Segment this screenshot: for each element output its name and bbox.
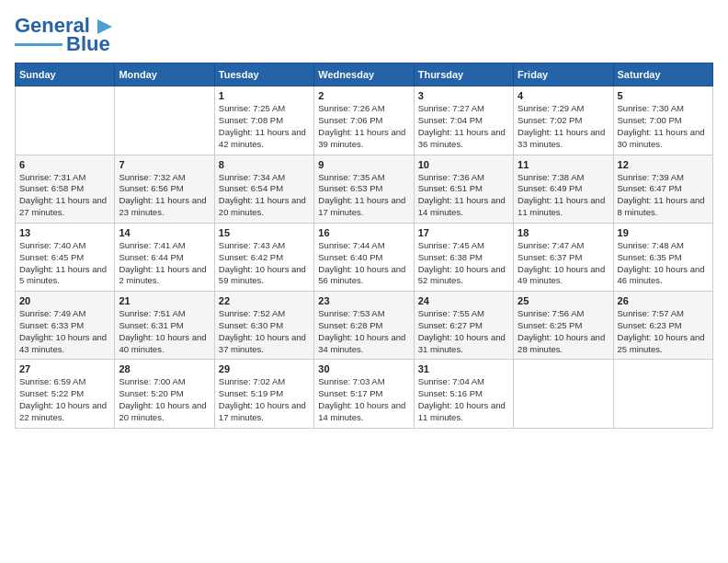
- day-number: 23: [318, 295, 409, 306]
- week-row-2: 6Sunrise: 7:31 AM Sunset: 6:58 PM Daylig…: [16, 155, 713, 223]
- calendar-cell: 20Sunrise: 7:49 AM Sunset: 6:33 PM Dayli…: [16, 292, 115, 360]
- calendar-cell: 4Sunrise: 7:29 AM Sunset: 7:02 PM Daylig…: [514, 86, 613, 155]
- page-header: General Blue: [15, 15, 713, 55]
- calendar-cell: 1Sunrise: 7:25 AM Sunset: 7:08 PM Daylig…: [214, 86, 313, 155]
- day-number: 29: [219, 363, 310, 374]
- calendar-cell: [115, 86, 214, 155]
- day-info: Sunrise: 7:03 AM Sunset: 5:17 PM Dayligh…: [318, 376, 409, 423]
- day-info: Sunrise: 7:48 AM Sunset: 6:35 PM Dayligh…: [618, 240, 709, 287]
- day-info: Sunrise: 7:55 AM Sunset: 6:27 PM Dayligh…: [418, 308, 509, 355]
- day-number: 22: [219, 295, 310, 306]
- day-info: Sunrise: 7:39 AM Sunset: 6:47 PM Dayligh…: [618, 172, 709, 219]
- week-row-3: 13Sunrise: 7:40 AM Sunset: 6:45 PM Dayli…: [16, 223, 713, 291]
- day-info: Sunrise: 7:34 AM Sunset: 6:54 PM Dayligh…: [219, 172, 310, 219]
- day-info: Sunrise: 7:25 AM Sunset: 7:08 PM Dayligh…: [219, 103, 310, 150]
- calendar-cell: 27Sunrise: 6:59 AM Sunset: 5:22 PM Dayli…: [16, 360, 115, 428]
- day-header-tuesday: Tuesday: [214, 63, 313, 86]
- calendar-cell: 3Sunrise: 7:27 AM Sunset: 7:04 PM Daylig…: [414, 86, 513, 155]
- day-info: Sunrise: 7:29 AM Sunset: 7:02 PM Dayligh…: [518, 103, 609, 150]
- calendar-cell: 9Sunrise: 7:35 AM Sunset: 6:53 PM Daylig…: [314, 155, 414, 223]
- calendar-cell: 24Sunrise: 7:55 AM Sunset: 6:27 PM Dayli…: [414, 292, 513, 360]
- day-number: 2: [318, 90, 409, 101]
- calendar-cell: [613, 360, 712, 428]
- calendar-table: SundayMondayTuesdayWednesdayThursdayFrid…: [15, 63, 713, 428]
- calendar-cell: 15Sunrise: 7:43 AM Sunset: 6:42 PM Dayli…: [214, 223, 313, 291]
- day-number: 10: [418, 159, 509, 170]
- day-header-friday: Friday: [514, 63, 613, 86]
- week-row-1: 1Sunrise: 7:25 AM Sunset: 7:08 PM Daylig…: [16, 86, 713, 155]
- day-number: 31: [418, 363, 509, 374]
- day-number: 7: [119, 159, 210, 170]
- calendar-cell: 6Sunrise: 7:31 AM Sunset: 6:58 PM Daylig…: [16, 155, 115, 223]
- calendar-cell: 2Sunrise: 7:26 AM Sunset: 7:06 PM Daylig…: [314, 86, 414, 155]
- calendar-cell: 7Sunrise: 7:32 AM Sunset: 6:56 PM Daylig…: [115, 155, 214, 223]
- day-info: Sunrise: 7:31 AM Sunset: 6:58 PM Dayligh…: [19, 172, 110, 219]
- day-info: Sunrise: 7:04 AM Sunset: 5:16 PM Dayligh…: [418, 376, 509, 423]
- day-number: 9: [318, 159, 409, 170]
- day-number: 13: [19, 227, 110, 238]
- day-header-sunday: Sunday: [16, 63, 115, 86]
- day-number: 17: [418, 227, 509, 238]
- day-info: Sunrise: 7:53 AM Sunset: 6:28 PM Dayligh…: [318, 308, 409, 355]
- day-info: Sunrise: 7:38 AM Sunset: 6:49 PM Dayligh…: [518, 172, 609, 219]
- day-number: 25: [518, 295, 609, 306]
- calendar-cell: 16Sunrise: 7:44 AM Sunset: 6:40 PM Dayli…: [314, 223, 414, 291]
- calendar-cell: 31Sunrise: 7:04 AM Sunset: 5:16 PM Dayli…: [414, 360, 513, 428]
- day-info: Sunrise: 7:57 AM Sunset: 6:23 PM Dayligh…: [618, 308, 709, 355]
- day-number: 30: [318, 363, 409, 374]
- day-info: Sunrise: 7:52 AM Sunset: 6:30 PM Dayligh…: [219, 308, 310, 355]
- calendar-cell: 26Sunrise: 7:57 AM Sunset: 6:23 PM Dayli…: [613, 292, 712, 360]
- day-number: 26: [618, 295, 709, 306]
- logo: General Blue: [15, 15, 112, 55]
- day-info: Sunrise: 7:32 AM Sunset: 6:56 PM Dayligh…: [119, 172, 210, 219]
- calendar-cell: 5Sunrise: 7:30 AM Sunset: 7:00 PM Daylig…: [613, 86, 712, 155]
- calendar-cell: 13Sunrise: 7:40 AM Sunset: 6:45 PM Dayli…: [16, 223, 115, 291]
- day-number: 27: [19, 363, 110, 374]
- week-row-4: 20Sunrise: 7:49 AM Sunset: 6:33 PM Dayli…: [16, 292, 713, 360]
- day-number: 8: [219, 159, 310, 170]
- day-info: Sunrise: 7:45 AM Sunset: 6:38 PM Dayligh…: [418, 240, 509, 287]
- day-number: 12: [618, 159, 709, 170]
- day-number: 1: [219, 90, 310, 101]
- day-header-thursday: Thursday: [414, 63, 513, 86]
- calendar-cell: 25Sunrise: 7:56 AM Sunset: 6:25 PM Dayli…: [514, 292, 613, 360]
- calendar-cell: 10Sunrise: 7:36 AM Sunset: 6:51 PM Dayli…: [414, 155, 513, 223]
- day-number: 16: [318, 227, 409, 238]
- day-info: Sunrise: 7:40 AM Sunset: 6:45 PM Dayligh…: [19, 240, 110, 287]
- day-number: 18: [518, 227, 609, 238]
- calendar-cell: 18Sunrise: 7:47 AM Sunset: 6:37 PM Dayli…: [514, 223, 613, 291]
- calendar-cell: 30Sunrise: 7:03 AM Sunset: 5:17 PM Dayli…: [314, 360, 414, 428]
- day-info: Sunrise: 7:44 AM Sunset: 6:40 PM Dayligh…: [318, 240, 409, 287]
- day-header-wednesday: Wednesday: [314, 63, 414, 86]
- day-number: 14: [119, 227, 210, 238]
- day-info: Sunrise: 7:41 AM Sunset: 6:44 PM Dayligh…: [119, 240, 210, 287]
- calendar-cell: 29Sunrise: 7:02 AM Sunset: 5:19 PM Dayli…: [214, 360, 313, 428]
- day-info: Sunrise: 7:30 AM Sunset: 7:00 PM Dayligh…: [618, 103, 709, 150]
- day-number: 20: [19, 295, 110, 306]
- day-info: Sunrise: 7:43 AM Sunset: 6:42 PM Dayligh…: [219, 240, 310, 287]
- day-number: 19: [618, 227, 709, 238]
- day-number: 5: [618, 90, 709, 101]
- day-number: 4: [518, 90, 609, 101]
- calendar-cell: 11Sunrise: 7:38 AM Sunset: 6:49 PM Dayli…: [514, 155, 613, 223]
- day-info: Sunrise: 7:02 AM Sunset: 5:19 PM Dayligh…: [219, 376, 310, 423]
- day-header-monday: Monday: [115, 63, 214, 86]
- calendar-cell: [16, 86, 115, 155]
- day-number: 11: [518, 159, 609, 170]
- calendar-cell: 21Sunrise: 7:51 AM Sunset: 6:31 PM Dayli…: [115, 292, 214, 360]
- calendar-cell: 22Sunrise: 7:52 AM Sunset: 6:30 PM Dayli…: [214, 292, 313, 360]
- calendar-cell: [514, 360, 613, 428]
- calendar-cell: 14Sunrise: 7:41 AM Sunset: 6:44 PM Dayli…: [115, 223, 214, 291]
- calendar-cell: 17Sunrise: 7:45 AM Sunset: 6:38 PM Dayli…: [414, 223, 513, 291]
- calendar-cell: 8Sunrise: 7:34 AM Sunset: 6:54 PM Daylig…: [214, 155, 313, 223]
- day-info: Sunrise: 7:51 AM Sunset: 6:31 PM Dayligh…: [119, 308, 210, 355]
- day-number: 6: [19, 159, 110, 170]
- day-info: Sunrise: 7:49 AM Sunset: 6:33 PM Dayligh…: [19, 308, 110, 355]
- day-info: Sunrise: 7:56 AM Sunset: 6:25 PM Dayligh…: [518, 308, 609, 355]
- day-info: Sunrise: 7:26 AM Sunset: 7:06 PM Dayligh…: [318, 103, 409, 150]
- day-info: Sunrise: 7:27 AM Sunset: 7:04 PM Dayligh…: [418, 103, 509, 150]
- day-number: 24: [418, 295, 509, 306]
- day-header-saturday: Saturday: [613, 63, 712, 86]
- day-number: 28: [119, 363, 210, 374]
- day-number: 3: [418, 90, 509, 101]
